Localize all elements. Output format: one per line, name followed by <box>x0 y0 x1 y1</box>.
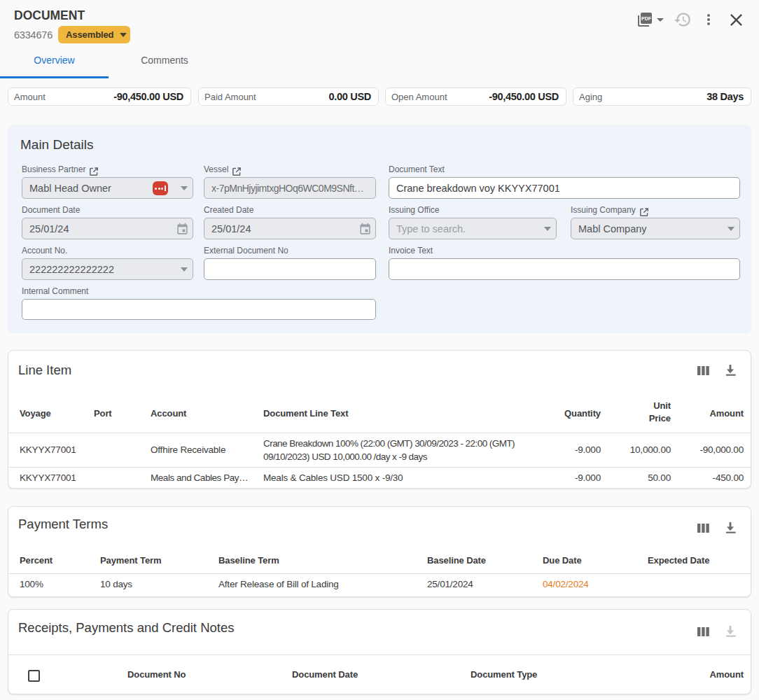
svg-text:PDF: PDF <box>641 16 652 21</box>
